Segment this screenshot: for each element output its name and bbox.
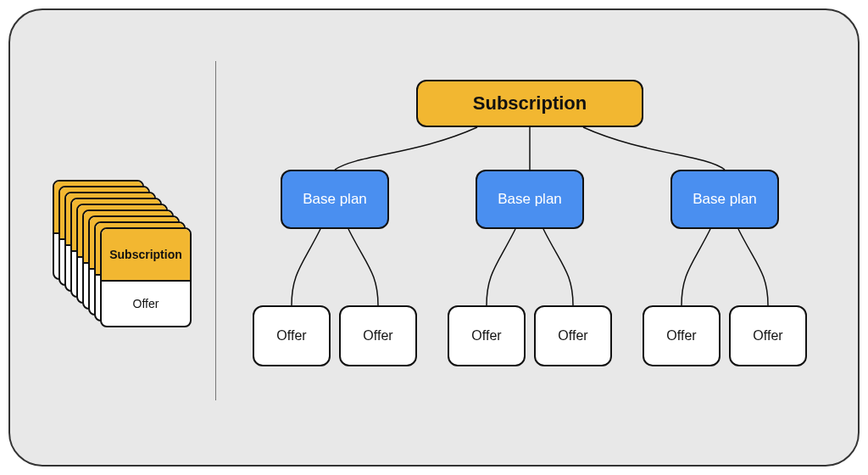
offer-box: Offer (448, 305, 526, 366)
offer-label: Offer (471, 328, 501, 344)
offer-label: Offer (558, 328, 587, 344)
stack-card-top-label: Subscription (102, 229, 190, 282)
divider-line (215, 61, 216, 400)
base-plan-box: Base plan (476, 170, 584, 229)
offer-box: Offer (643, 305, 721, 366)
offer-box: Offer (534, 305, 612, 366)
base-plan-label: Base plan (498, 191, 562, 208)
base-plan-box: Base plan (670, 170, 779, 229)
stack-container: Subscription Offer (53, 180, 188, 332)
stack-card: Subscription Offer (100, 227, 192, 327)
base-plan-box: Base plan (281, 170, 389, 229)
offer-box: Offer (729, 305, 807, 366)
offer-box: Offer (253, 305, 331, 366)
base-plan-label: Base plan (303, 191, 367, 208)
diagram-panel: Subscription Offer Subscription Ba (8, 8, 860, 467)
base-plan-label: Base plan (693, 191, 757, 208)
offer-label: Offer (363, 328, 392, 344)
stack-card-bottom-label: Offer (102, 282, 190, 326)
offer-label: Offer (276, 328, 306, 344)
offer-label: Offer (753, 328, 782, 344)
offer-label: Offer (666, 328, 696, 344)
offer-box: Offer (339, 305, 417, 366)
diagram-canvas: Subscription Offer Subscription Ba (0, 0, 868, 475)
subscription-root-label: Subscription (473, 92, 587, 115)
subscription-root-box: Subscription (416, 80, 643, 127)
